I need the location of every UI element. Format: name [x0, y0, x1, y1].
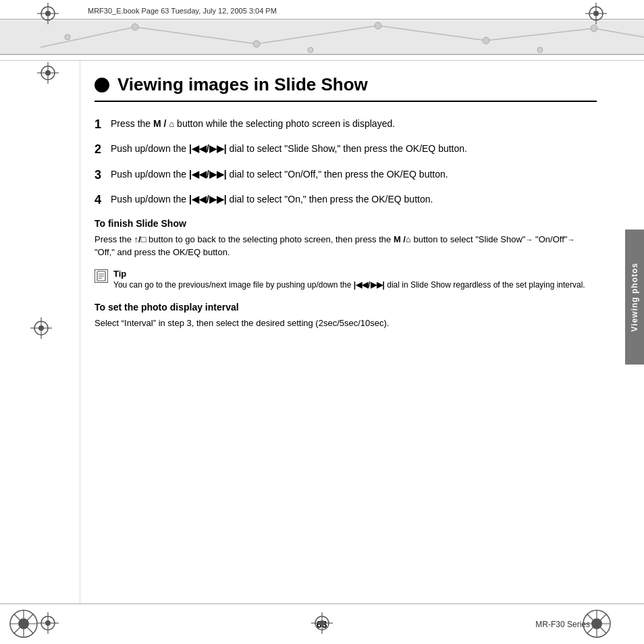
step-1-number: 1: [95, 117, 108, 132]
step-2-number: 2: [95, 142, 108, 157]
step-1-text: Press the M / ⌂ button while the selecti…: [111, 117, 395, 132]
corner-br-crosshair: [580, 607, 614, 643]
tip-label: Tip: [113, 269, 585, 279]
interval-text: Select “Interval” in step 3, then select…: [95, 317, 597, 330]
header-meta: MRF30_E.book Page 63 Tuesday, July 12, 2…: [88, 7, 277, 15]
mid-left-crosshair: [30, 317, 52, 341]
main-content: Viewing images in Slide Show 1 Press the…: [81, 61, 617, 603]
page-title-text: Viewing images in Slide Show: [117, 74, 368, 95]
header-top-line: [0, 19, 644, 20]
title-bullet: [95, 78, 109, 92]
svg-point-10: [483, 37, 489, 44]
step-4-symbol: |◀◀/▶▶|: [189, 194, 227, 205]
sidebar-tab: Viewing photos: [625, 230, 644, 365]
step-2-symbol: |◀◀/▶▶|: [189, 143, 227, 154]
arrow2: →: [567, 236, 574, 244]
tip-box: Tip You can go to the previous/next imag…: [95, 269, 597, 291]
finish-button-symbol: ↑/□: [134, 234, 146, 244]
svg-rect-0: [0, 20, 644, 55]
svg-point-14: [537, 47, 543, 53]
svg-point-12: [65, 34, 70, 40]
arrow1: →: [525, 236, 533, 244]
tip-text: You can go to the previous/next image fi…: [113, 279, 585, 291]
sidebar-tab-label: Viewing photos: [630, 263, 639, 331]
header-pattern: [0, 20, 644, 55]
step-3-symbol: |◀◀/▶▶|: [189, 169, 227, 180]
step-2: 2 Push up/down the |◀◀/▶▶| dial to selec…: [95, 142, 597, 157]
page-title: Viewing images in Slide Show: [95, 74, 597, 102]
left-margin: [80, 61, 80, 603]
svg-point-7: [132, 24, 138, 30]
svg-point-13: [308, 47, 313, 53]
tip-content: Tip You can go to the previous/next imag…: [113, 269, 585, 291]
step-2-text: Push up/down the |◀◀/▶▶| dial to select …: [111, 142, 467, 157]
svg-point-8: [253, 41, 260, 47]
tip-document-icon: [96, 271, 107, 281]
corner-tr-crosshair: [585, 3, 607, 26]
step-3-text: Push up/down the |◀◀/▶▶| dial to select …: [111, 167, 448, 183]
page-tl-crosshair: [37, 62, 59, 86]
finish-m-symbol: M /⌂: [394, 234, 411, 244]
step-3-number: 3: [95, 167, 108, 183]
footer-center-crosshair: [311, 612, 333, 636]
header-bottom-line: [0, 54, 644, 55]
tip-symbol: |◀◀/▶▶|: [354, 280, 385, 290]
corner-bl-wheel: [7, 607, 41, 643]
svg-point-9: [375, 22, 381, 29]
step-4: 4 Push up/down the |◀◀/▶▶| dial to selec…: [95, 192, 597, 208]
step-3: 3 Push up/down the |◀◀/▶▶| dial to selec…: [95, 167, 597, 183]
tip-icon: [95, 269, 108, 283]
step-1-bold: M /: [153, 118, 166, 129]
step-1: 1 Press the M / ⌂ button while the selec…: [95, 117, 597, 132]
finish-text: Press the ↑/□ button to go back to the s…: [95, 233, 597, 259]
finish-heading: To finish Slide Show: [95, 218, 597, 229]
step-4-text: Push up/down the |◀◀/▶▶| dial to select …: [111, 192, 433, 208]
footer: 63 MR-F30 Series: [0, 603, 644, 644]
interval-heading: To set the photo display interval: [95, 302, 597, 313]
header-bar: MRF30_E.book Page 63 Tuesday, July 12, 2…: [0, 0, 644, 61]
step-1-icon: ⌂: [169, 119, 174, 129]
corner-tl-crosshair: [37, 3, 59, 26]
step-4-number: 4: [95, 192, 108, 208]
